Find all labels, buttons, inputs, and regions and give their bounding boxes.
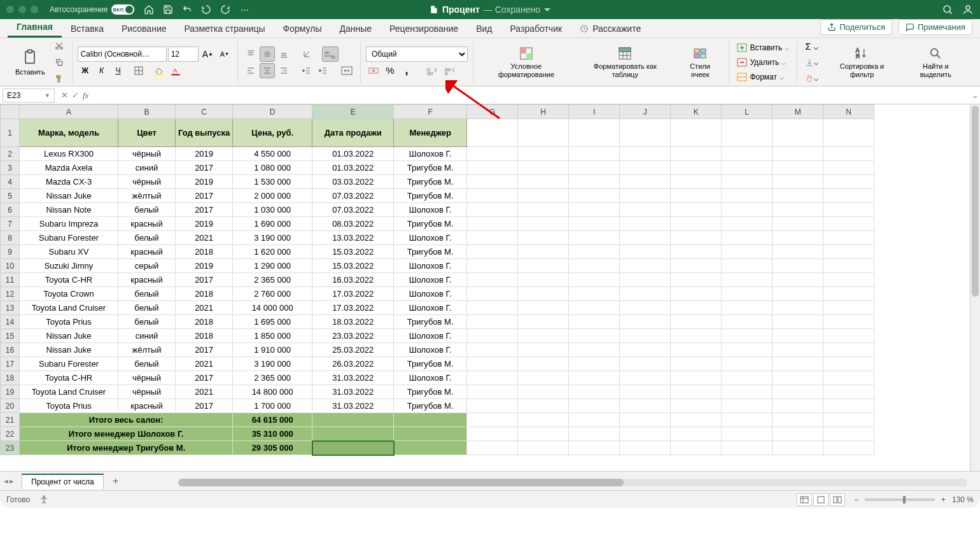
cell[interactable] (312, 413, 394, 427)
autosum-icon[interactable]: Σ ⌵ (802, 39, 821, 54)
data-cell[interactable]: 3 190 000 (233, 231, 312, 245)
data-cell[interactable]: Тригубов М. (394, 385, 467, 399)
data-cell[interactable]: 2018 (176, 245, 233, 259)
decrease-decimal-icon[interactable]: .00.0 (441, 63, 458, 78)
data-cell[interactable]: 1 700 000 (233, 399, 312, 413)
cell[interactable] (312, 441, 394, 455)
data-cell[interactable]: Toyota Land Cruiser (20, 385, 118, 399)
col-header[interactable]: G (467, 105, 518, 119)
data-cell[interactable]: 1 620 000 (233, 245, 312, 259)
ribbon-tab-2[interactable]: Рисование (113, 20, 176, 38)
data-cell[interactable]: белый (118, 203, 176, 217)
data-cell[interactable]: Шолохов Г. (394, 343, 467, 357)
redo-arrow-icon[interactable] (220, 4, 231, 15)
col-header[interactable]: F (394, 105, 467, 119)
data-cell[interactable]: 4 550 000 (233, 147, 312, 161)
col-header[interactable]: I (569, 105, 620, 119)
ribbon-tab-3[interactable]: Разметка страницы (176, 20, 274, 38)
col-header[interactable]: E (312, 105, 394, 119)
total-label[interactable]: Итого весь салон: (20, 413, 233, 427)
comma-icon[interactable]: , (399, 63, 414, 78)
data-cell[interactable]: Шолохов Г. (394, 147, 467, 161)
max-dot[interactable] (31, 6, 38, 13)
prev-sheet-icon[interactable]: ◂ (4, 476, 8, 486)
data-cell[interactable]: Шолохов Г. (394, 371, 467, 385)
conditional-formatting-button[interactable]: Условное форматирование (479, 41, 574, 84)
cancel-formula-icon[interactable]: ✕ (61, 90, 68, 100)
data-cell[interactable]: чёрный (118, 147, 176, 161)
data-cell[interactable]: 31.03.2022 (312, 385, 394, 399)
data-cell[interactable]: 2019 (176, 217, 233, 231)
data-cell[interactable]: Шолохов Г. (394, 231, 467, 245)
number-format-select[interactable]: Общий (366, 46, 468, 62)
data-cell[interactable]: 13.03.2022 (312, 231, 394, 245)
data-cell[interactable]: 2 760 000 (233, 287, 312, 301)
font-color-button[interactable]: А (168, 63, 183, 78)
table-header-cell[interactable]: Цена, руб. (233, 119, 312, 147)
data-cell[interactable]: Тригубов М. (394, 217, 467, 231)
currency-icon[interactable] (366, 63, 381, 78)
data-cell[interactable]: 07.03.2022 (312, 189, 394, 203)
data-cell[interactable]: 17.03.2022 (312, 287, 394, 301)
total-label[interactable]: Итого менеджер Тригубов М. (20, 441, 233, 455)
data-cell[interactable]: Toyota Prius (20, 315, 118, 329)
data-cell[interactable]: Тригубов М. (394, 189, 467, 203)
data-cell[interactable]: 16.03.2022 (312, 273, 394, 287)
data-cell[interactable]: 1 530 000 (233, 175, 312, 189)
data-cell[interactable]: 03.03.2022 (312, 175, 394, 189)
col-header[interactable]: B (118, 105, 176, 119)
data-cell[interactable]: 26.03.2022 (312, 357, 394, 371)
data-cell[interactable]: 2021 (176, 301, 233, 315)
orientation-icon[interactable] (299, 46, 314, 62)
add-sheet-button[interactable]: + (109, 474, 123, 488)
fill-color-button[interactable] (151, 63, 167, 78)
data-cell[interactable]: белый (118, 231, 176, 245)
ribbon-tab-0[interactable]: Главная (8, 18, 62, 38)
decrease-indent-icon[interactable] (299, 63, 314, 78)
data-cell[interactable]: Тригубов М. (394, 315, 467, 329)
data-cell[interactable]: красный (118, 217, 176, 231)
border-button[interactable] (131, 63, 146, 78)
data-cell[interactable]: 1 030 000 (233, 203, 312, 217)
vertical-scrollbar[interactable] (970, 104, 980, 471)
data-cell[interactable]: 1 850 000 (233, 329, 312, 343)
zoom-level[interactable]: 130 % (952, 495, 974, 504)
data-cell[interactable]: Subaru XV (20, 245, 118, 259)
data-cell[interactable]: Шолохов Г. (394, 301, 467, 315)
data-cell[interactable]: Тригубов М. (394, 161, 467, 175)
table-header-cell[interactable]: Год выпуска (176, 119, 233, 147)
undo-icon[interactable] (181, 4, 193, 15)
total-value[interactable]: 64 615 000 (233, 413, 312, 427)
search-icon[interactable] (942, 4, 953, 15)
autosave[interactable]: Автосохранение ВКЛ. (50, 4, 134, 15)
data-cell[interactable]: 1 695 000 (233, 315, 312, 329)
home-icon[interactable] (143, 4, 155, 15)
col-header[interactable]: L (722, 105, 773, 119)
data-cell[interactable]: 14 000 000 (233, 301, 312, 315)
format-as-table-button[interactable]: Форматировать как таблицу (577, 41, 674, 84)
find-select-button[interactable]: Найти и выделить (903, 41, 969, 84)
cell-styles-button[interactable]: Стили ячеек (676, 41, 724, 84)
normal-view-icon[interactable] (797, 493, 812, 506)
data-cell[interactable]: чёрный (118, 385, 176, 399)
data-cell[interactable]: 2019 (176, 147, 233, 161)
data-cell[interactable]: 2019 (176, 175, 233, 189)
data-cell[interactable]: 2017 (176, 371, 233, 385)
data-cell[interactable]: 2 365 000 (233, 273, 312, 287)
align-middle-icon[interactable] (260, 46, 275, 62)
data-cell[interactable]: красный (118, 399, 176, 413)
data-cell[interactable]: 31.03.2022 (312, 399, 394, 413)
table-header-cell[interactable]: Менеджер (394, 119, 467, 147)
data-cell[interactable]: синий (118, 161, 176, 175)
align-center-icon[interactable] (260, 63, 275, 78)
italic-button[interactable]: К (94, 63, 109, 78)
fill-icon[interactable]: ⌵ (802, 55, 821, 70)
data-cell[interactable]: 1 290 000 (233, 259, 312, 273)
data-cell[interactable]: 31.03.2022 (312, 371, 394, 385)
data-cell[interactable]: белый (118, 315, 176, 329)
data-cell[interactable]: 3 190 000 (233, 357, 312, 371)
col-header[interactable]: C (176, 105, 233, 119)
table-header-cell[interactable]: Цвет (118, 119, 176, 147)
data-cell[interactable]: 2021 (176, 231, 233, 245)
data-cell[interactable]: 2018 (176, 287, 233, 301)
